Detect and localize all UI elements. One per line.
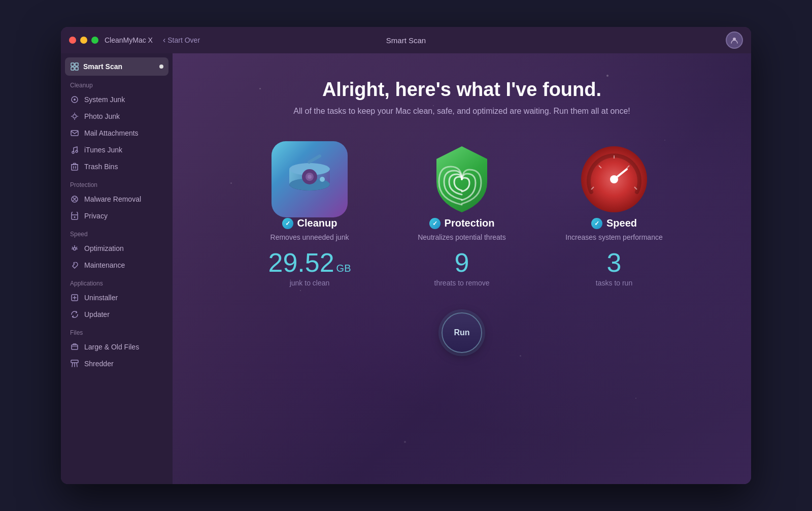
section-header-files: Files: [61, 323, 173, 338]
speed-desc: Increases system performance: [565, 233, 662, 241]
svg-point-26: [74, 248, 76, 250]
cards-container: ✓ Cleanup Removes unneeded junk 29.52 GB…: [249, 141, 675, 287]
sidebar-item-shredder[interactable]: Shredder: [61, 356, 173, 372]
cleanup-value: 29.52 GB: [268, 249, 351, 276]
minimize-button[interactable]: [80, 37, 87, 44]
cleanup-icon: [272, 141, 348, 217]
svg-point-6: [74, 99, 76, 101]
malware-icon: [70, 195, 79, 204]
cleanup-desc: Removes unneeded junk: [270, 233, 349, 241]
content-area: Smart Scan Cleanup System Junk: [61, 53, 751, 484]
speed-icon: [576, 141, 652, 217]
run-button[interactable]: Run: [442, 312, 482, 353]
cleanup-sublabel: junk to clean: [290, 279, 330, 287]
sidebar-item-updater[interactable]: Updater: [61, 306, 173, 323]
maximize-button[interactable]: [91, 37, 98, 44]
svg-point-14: [76, 150, 78, 152]
updater-icon: [70, 310, 79, 319]
svg-line-23: [76, 247, 78, 248]
maintenance-icon: [70, 261, 79, 270]
protection-desc: Neutralizes potential threats: [418, 233, 506, 241]
svg-rect-28: [72, 345, 78, 349]
svg-point-38: [308, 175, 312, 179]
sidebar-item-label: Smart Scan: [83, 62, 155, 71]
svg-rect-4: [75, 67, 78, 70]
app-window: CleanMyMac X ‹ Start Over Smart Scan: [61, 27, 751, 484]
section-header-speed: Speed: [61, 225, 173, 240]
sidebar: Smart Scan Cleanup System Junk: [61, 53, 173, 484]
svg-point-13: [72, 151, 74, 153]
svg-rect-3: [71, 67, 74, 70]
speed-title: ✓ Speed: [591, 217, 637, 229]
close-button[interactable]: [69, 37, 76, 44]
app-title: CleanMyMac X: [105, 36, 153, 44]
headline: Alright, here's what I've found.: [322, 79, 601, 101]
speed-value: 3: [607, 249, 622, 276]
protection-sublabel: threats to remove: [434, 279, 490, 287]
optimization-icon: [70, 244, 79, 253]
protection-card: ✓ Protection Neutralizes potential threa…: [401, 141, 523, 287]
cleanup-check-icon: ✓: [282, 218, 293, 229]
sidebar-item-large-old-files[interactable]: Large & Old Files: [61, 339, 173, 355]
mail-icon: [70, 129, 79, 138]
uninstaller-icon: [70, 293, 79, 302]
sidebar-item-photo-junk[interactable]: Photo Junk: [61, 108, 173, 124]
svg-rect-2: [75, 63, 78, 66]
sidebar-item-system-junk[interactable]: System Junk: [61, 91, 173, 108]
photo-junk-icon: [70, 112, 79, 121]
protection-value: 9: [455, 249, 469, 276]
speed-sublabel: tasks to run: [596, 279, 632, 287]
trash-icon: [70, 162, 79, 171]
start-over-button[interactable]: ‹ Start Over: [163, 36, 200, 45]
files-icon: [70, 342, 79, 352]
speed-card: ✓ Speed Increases system performance 3 t…: [553, 141, 675, 287]
privacy-icon: [70, 211, 79, 220]
sidebar-item-mail-attachments[interactable]: Mail Attachments: [61, 125, 173, 141]
sidebar-item-maintenance[interactable]: Maintenance: [61, 257, 173, 273]
chevron-left-icon: ‹: [163, 36, 165, 45]
protection-check-icon: ✓: [429, 218, 441, 229]
protection-title: ✓ Protection: [429, 217, 495, 229]
cleanup-title: ✓ Cleanup: [282, 217, 337, 229]
svg-point-35: [320, 177, 325, 182]
speed-check-icon: ✓: [591, 218, 602, 229]
svg-rect-1: [71, 63, 74, 66]
sidebar-item-smart-scan[interactable]: Smart Scan: [65, 57, 168, 76]
shredder-icon: [70, 359, 79, 368]
protection-icon: [424, 141, 500, 217]
traffic-lights: [69, 37, 98, 44]
svg-line-22: [72, 247, 74, 248]
window-title: Smart Scan: [386, 36, 426, 45]
svg-point-41: [610, 175, 618, 183]
avatar-button[interactable]: [726, 31, 743, 49]
main-panel: Alright, here's what I've found. All of …: [173, 53, 751, 484]
sidebar-item-optimization[interactable]: Optimization: [61, 240, 173, 257]
cleanup-card: ✓ Cleanup Removes unneeded junk 29.52 GB…: [249, 141, 370, 287]
sidebar-item-malware-removal[interactable]: Malware Removal: [61, 191, 173, 207]
section-header-cleanup: Cleanup: [61, 76, 173, 91]
subtitle: All of the tasks to keep your Mac clean,…: [293, 107, 630, 116]
sidebar-item-uninstaller[interactable]: Uninstaller: [61, 290, 173, 306]
svg-point-7: [73, 115, 77, 118]
titlebar: CleanMyMac X ‹ Start Over Smart Scan: [61, 27, 751, 53]
section-header-protection: Protection: [61, 175, 173, 190]
music-icon: [70, 145, 79, 154]
active-indicator: [159, 65, 163, 69]
section-header-applications: Applications: [61, 274, 173, 289]
sidebar-item-trash-bins[interactable]: Trash Bins: [61, 158, 173, 175]
svg-rect-12: [71, 131, 78, 136]
svg-rect-15: [72, 165, 78, 170]
sidebar-item-privacy[interactable]: Privacy: [61, 208, 173, 224]
svg-rect-34: [307, 154, 322, 164]
system-junk-icon: [70, 95, 79, 104]
scan-icon: [70, 62, 79, 71]
svg-point-20: [74, 216, 76, 218]
sidebar-item-itunes-junk[interactable]: iTunes Junk: [61, 142, 173, 158]
